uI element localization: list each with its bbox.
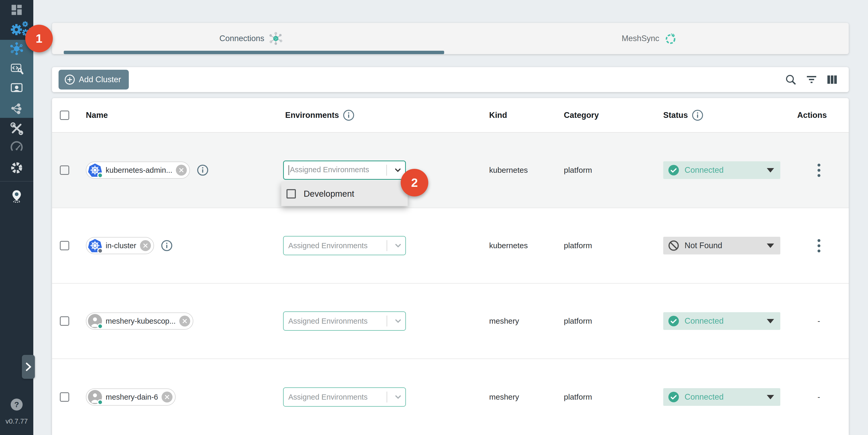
column-header-category[interactable]: Category (564, 111, 599, 120)
remove-connection-button[interactable] (162, 392, 173, 402)
sync-spinner-icon (663, 31, 678, 45)
column-header-name[interactable]: Name (86, 111, 108, 120)
dashboard-icon (10, 3, 23, 17)
select-chevron-button[interactable] (391, 166, 405, 175)
env-option-development[interactable]: Development (304, 189, 354, 199)
table-row: in-cluster Assigned Environments kuberne… (52, 208, 849, 284)
column-status-label: Status (663, 111, 688, 120)
view-columns-button[interactable] (826, 73, 838, 86)
connection-name-chip[interactable]: meshery-kubescop... (86, 312, 193, 330)
environments-select[interactable]: Assigned Environments (283, 311, 406, 331)
status-dropdown[interactable]: Connected (663, 312, 780, 330)
sidebar-divider (0, 181, 33, 182)
environments-select[interactable]: Assigned Environments (283, 236, 406, 255)
sidebar-item-pipelines[interactable] (10, 102, 23, 115)
category-cell: platform (564, 393, 592, 401)
caret-down-icon (767, 168, 774, 173)
connection-status-dot (97, 173, 103, 178)
search-button[interactable] (784, 73, 797, 86)
kubernetes-logo-icon (88, 163, 102, 177)
search-icon (784, 73, 797, 86)
row-actions-menu-button[interactable] (812, 237, 825, 255)
status-label: Not Found (685, 241, 762, 250)
info-icon[interactable] (691, 109, 704, 121)
environments-select[interactable]: Assigned Environments (283, 160, 406, 180)
status-dropdown[interactable]: Connected (663, 161, 780, 179)
column-header-kind[interactable]: Kind (489, 111, 507, 120)
sidebar-expand-button[interactable] (22, 355, 35, 379)
table-row: meshery-dain-6 Assigned Environments mes… (52, 359, 849, 435)
chevron-down-icon (394, 317, 403, 325)
code-wrench-icon (10, 62, 23, 75)
column-header-environments[interactable]: Environments (285, 109, 354, 121)
status-label: Connected (685, 316, 762, 326)
remove-connection-button[interactable] (176, 165, 187, 176)
kind-cell: kubernetes (489, 241, 528, 250)
row-checkbox[interactable] (60, 165, 69, 175)
connection-name-chip[interactable]: in-cluster (86, 237, 154, 254)
column-environments-label: Environments (285, 111, 339, 120)
caret-down-icon (767, 395, 774, 399)
filter-button[interactable] (805, 73, 818, 86)
sidebar-item-performance[interactable] (10, 140, 23, 154)
close-icon (182, 318, 188, 324)
help-button[interactable]: ? (11, 399, 23, 410)
speedometer-icon (10, 140, 23, 154)
select-all-checkbox[interactable] (60, 111, 69, 120)
remove-connection-button[interactable] (179, 316, 190, 327)
chevron-down-icon (394, 166, 402, 175)
column-header-actions: Actions (797, 111, 827, 120)
sidebar-item-dashboard[interactable] (10, 3, 23, 17)
status-dropdown[interactable]: Not Found (663, 237, 780, 254)
remove-connection-button[interactable] (140, 240, 151, 251)
column-category-label: Category (564, 111, 599, 120)
select-chevron-button[interactable] (391, 317, 405, 325)
status-dropdown[interactable]: Connected (663, 388, 780, 406)
avatar-icon (88, 314, 102, 328)
connection-info-icon[interactable] (197, 164, 209, 176)
status-label: Connected (685, 392, 762, 402)
environments-dropdown-menu: Development (281, 182, 408, 206)
connection-name-label: in-cluster (106, 242, 136, 250)
status-label: Connected (685, 165, 762, 175)
add-cluster-button[interactable]: Add Cluster (59, 70, 129, 90)
row-actions-menu-button[interactable] (812, 161, 825, 179)
kind-cell: kubernetes (489, 166, 528, 175)
row-checkbox[interactable] (60, 392, 69, 402)
row-actions-empty: - (807, 317, 831, 325)
kind-cell: meshery (489, 317, 519, 325)
environments-select[interactable]: Assigned Environments (283, 387, 406, 407)
sidebar-item-catalog[interactable] (10, 189, 23, 203)
connection-name-chip[interactable]: kubernetes-admin... (86, 161, 190, 179)
environments-placeholder: Assigned Environments (288, 317, 368, 325)
sidebar-item-extensions[interactable] (10, 161, 23, 175)
add-cluster-label: Add Cluster (79, 75, 121, 84)
close-icon (143, 243, 148, 248)
row-actions-empty: - (807, 393, 831, 401)
connection-name-chip[interactable]: meshery-dain-6 (86, 389, 176, 406)
sidebar-item-workloads[interactable] (10, 82, 23, 95)
connection-status-dot (97, 323, 103, 329)
category-cell: platform (564, 166, 592, 175)
sidebar: ? v0.7.77 (0, 0, 33, 435)
tab-meshsync[interactable]: MeshSync (451, 23, 849, 54)
info-icon[interactable] (343, 109, 354, 121)
row-checkbox[interactable] (60, 241, 69, 250)
select-chevron-button[interactable] (391, 393, 405, 401)
chevron-down-icon (394, 393, 403, 401)
row-checkbox[interactable] (60, 316, 69, 326)
env-option-checkbox[interactable] (286, 189, 296, 198)
sidebar-item-configuration[interactable] (10, 122, 23, 135)
active-tab-indicator (64, 51, 444, 54)
sidebar-item-adapters[interactable] (10, 62, 23, 75)
tab-connections[interactable]: Connections (52, 23, 451, 54)
column-header-status[interactable]: Status (663, 109, 704, 121)
version-label: v0.7.77 (0, 417, 33, 425)
not-found-icon (668, 240, 679, 251)
select-chevron-button[interactable] (391, 241, 405, 250)
map-pin-icon (10, 189, 23, 203)
column-name-label: Name (86, 111, 108, 120)
connection-info-icon[interactable] (161, 240, 173, 252)
category-cell: platform (564, 317, 592, 325)
sidebar-item-connections[interactable] (10, 42, 23, 55)
